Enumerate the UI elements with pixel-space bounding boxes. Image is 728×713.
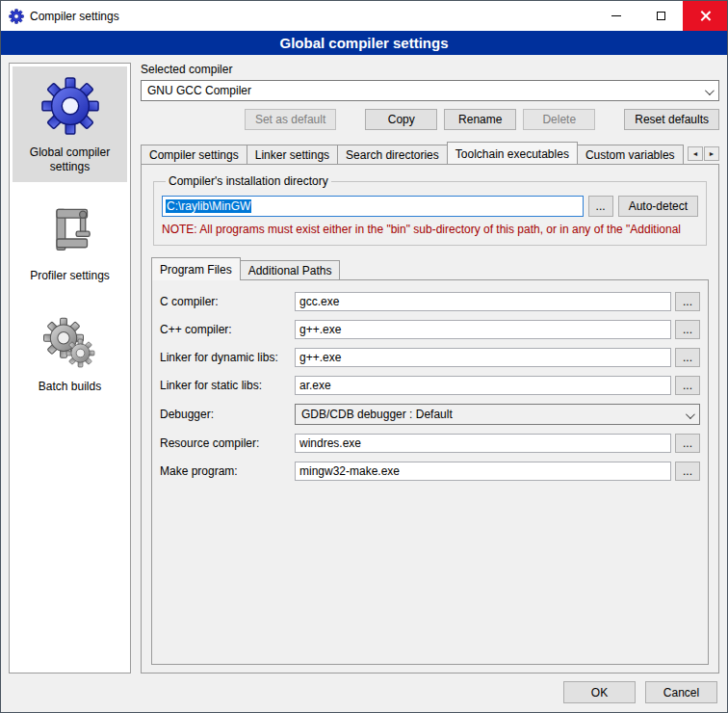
installation-directory-group-title: Compiler's installation directory: [166, 174, 331, 188]
compiler-buttons-row: Set as default Copy Rename Delete Reset …: [141, 109, 719, 130]
clamp-icon: [43, 205, 97, 259]
blue-gear-icon: [40, 76, 100, 136]
installation-directory-browse-button[interactable]: ...: [588, 196, 613, 217]
cpp-compiler-label: C++ compiler:: [160, 323, 295, 336]
field-row-make-program: Make program: ...: [160, 462, 700, 481]
close-button[interactable]: [683, 1, 727, 31]
linker-dynamic-label: Linker for dynamic libs:: [160, 351, 295, 364]
installation-directory-value: C:\raylib\MinGW: [166, 199, 251, 213]
compiler-settings-window: Compiler settings Global compiler settin…: [0, 0, 728, 713]
cancel-button[interactable]: Cancel: [645, 681, 717, 703]
c-compiler-browse-button[interactable]: ...: [675, 292, 700, 311]
linker-static-browse-button[interactable]: ...: [675, 376, 700, 395]
installation-directory-group: Compiler's installation directory C:\ray…: [153, 174, 707, 246]
debugger-dropdown[interactable]: GDB/CDB debugger : Default: [295, 404, 700, 425]
field-row-linker-dynamic: Linker for dynamic libs: ...: [160, 348, 700, 367]
tab-scroll-arrows: ◄ ►: [688, 146, 719, 161]
tab-scroll-left-button[interactable]: ◄: [688, 146, 703, 161]
maximize-icon: [657, 12, 665, 20]
tab-label: Search directories: [346, 148, 439, 162]
selected-compiler-value: GNU GCC Compiler: [147, 84, 251, 97]
tabs-scroller: Compiler settings Linker settings Search…: [141, 142, 684, 164]
make-program-input[interactable]: [295, 462, 671, 481]
installation-directory-input[interactable]: C:\raylib\MinGW: [162, 196, 584, 217]
installation-directory-row: C:\raylib\MinGW ... Auto-detect: [162, 196, 698, 217]
tab-scroll-right-button[interactable]: ►: [704, 146, 719, 161]
debugger-value: GDB/CDB debugger : Default: [301, 408, 453, 421]
make-program-browse-button[interactable]: ...: [675, 462, 700, 481]
field-row-c-compiler: C compiler: ...: [160, 292, 700, 311]
program-files-page: C compiler: ... C++ compiler: ...: [151, 279, 709, 665]
tab-label: Compiler settings: [149, 148, 239, 162]
window-title: Compiler settings: [30, 10, 119, 23]
sidebar-item-label: Global compiler settings: [14, 145, 125, 174]
subtab-label: Additional Paths: [248, 264, 332, 277]
linker-dynamic-input[interactable]: [295, 348, 671, 367]
tab-label: Linker settings: [255, 148, 329, 162]
set-as-default-button[interactable]: Set as default: [245, 109, 336, 130]
copy-button[interactable]: Copy: [365, 109, 437, 130]
dialog-footer: OK Cancel: [1, 681, 727, 712]
tab-label: Toolchain executables: [455, 147, 569, 161]
window-controls: [594, 1, 727, 31]
resource-compiler-browse-button[interactable]: ...: [675, 434, 700, 453]
resource-compiler-label: Resource compiler:: [160, 436, 295, 450]
tab-toolchain-executables[interactable]: Toolchain executables: [447, 142, 578, 164]
c-compiler-label: C compiler:: [160, 295, 295, 308]
chevron-down-icon: [686, 409, 695, 419]
program-files-tabstrip: Program Files Additional Paths: [151, 257, 709, 279]
subtab-additional-paths[interactable]: Additional Paths: [240, 260, 341, 279]
reset-defaults-button[interactable]: Reset defaults: [624, 109, 719, 130]
sidebar-item-global-compiler-settings[interactable]: Global compiler settings: [13, 66, 127, 182]
sidebar-item-profiler-settings[interactable]: Profiler settings: [13, 196, 127, 291]
subtab-program-files[interactable]: Program Files: [151, 257, 241, 280]
dialog-header-text: Global compiler settings: [279, 35, 448, 51]
c-compiler-input[interactable]: [295, 292, 671, 311]
tab-label: Custom variables: [585, 148, 675, 162]
toolchain-executables-page: Compiler's installation directory C:\ray…: [141, 164, 719, 673]
titlebar[interactable]: Compiler settings: [1, 1, 727, 31]
selected-compiler-label: Selected compiler: [141, 63, 719, 76]
close-icon: [700, 11, 711, 21]
field-row-resource-compiler: Resource compiler: ...: [160, 434, 700, 453]
chevron-down-icon: [705, 86, 715, 95]
tab-compiler-settings[interactable]: Compiler settings: [141, 145, 247, 164]
ok-button[interactable]: OK: [563, 681, 636, 703]
selected-compiler-dropdown[interactable]: GNU GCC Compiler: [141, 80, 719, 101]
cpp-compiler-browse-button[interactable]: ...: [675, 320, 700, 339]
linker-dynamic-browse-button[interactable]: ...: [675, 348, 700, 367]
app-gear-icon: [9, 9, 24, 24]
sidebar-item-label: Profiler settings: [30, 269, 110, 283]
linker-static-label: Linker for static libs:: [160, 379, 295, 392]
resource-compiler-input[interactable]: [295, 434, 671, 453]
make-program-label: Make program:: [160, 464, 295, 478]
dialog-header: Global compiler settings: [1, 31, 727, 55]
sidebar-item-label: Batch builds: [39, 380, 101, 394]
maximize-button[interactable]: [638, 1, 683, 31]
rename-button[interactable]: Rename: [444, 109, 516, 130]
subtab-label: Program Files: [160, 263, 232, 277]
cpp-compiler-input[interactable]: [295, 320, 671, 339]
minimize-icon: [611, 15, 621, 16]
linker-static-input[interactable]: [295, 376, 671, 395]
gray-gears-icon: [43, 316, 97, 370]
compiler-tabstrip: Compiler settings Linker settings Search…: [141, 142, 719, 164]
sidebar-item-batch-builds[interactable]: Batch builds: [13, 306, 127, 402]
minimize-button[interactable]: [594, 1, 638, 31]
bin-subdirectory-note: NOTE: All programs must exist either in …: [162, 223, 698, 236]
tab-custom-variables[interactable]: Custom variables: [577, 145, 684, 164]
field-row-cpp-compiler: C++ compiler: ...: [160, 320, 700, 339]
dialog-content: Global compiler settings: [1, 55, 727, 681]
sidebar: Global compiler settings: [9, 63, 131, 673]
program-files-notebook: Program Files Additional Paths C compile…: [151, 257, 709, 665]
tab-search-directories[interactable]: Search directories: [337, 145, 448, 164]
tab-linker-settings[interactable]: Linker settings: [247, 145, 338, 164]
auto-detect-button[interactable]: Auto-detect: [618, 196, 698, 217]
delete-button[interactable]: Delete: [523, 109, 595, 130]
field-row-linker-static: Linker for static libs: ...: [160, 376, 700, 395]
field-row-debugger: Debugger: GDB/CDB debugger : Default: [160, 404, 700, 425]
debugger-label: Debugger:: [160, 408, 295, 421]
main-panel: Selected compiler GNU GCC Compiler Set a…: [141, 63, 719, 673]
tab-build-options[interactable]: Build options: [683, 145, 684, 164]
